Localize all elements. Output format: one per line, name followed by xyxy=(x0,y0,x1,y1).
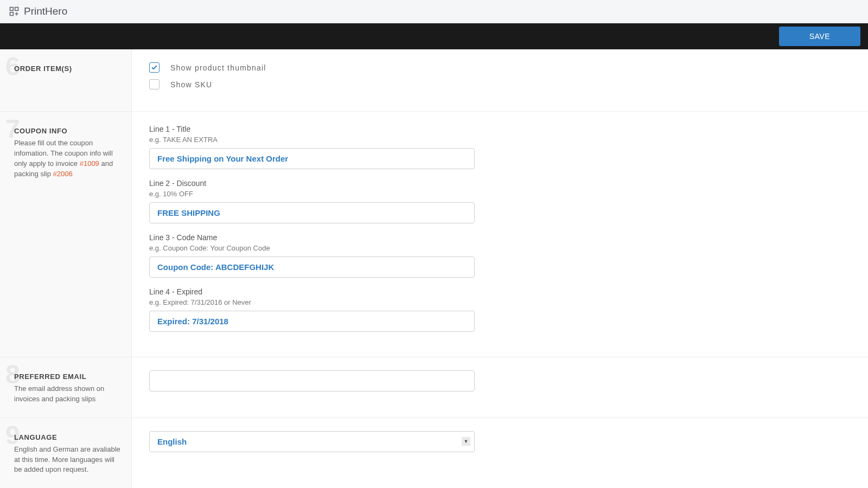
section-sidebar: 6 ORDER ITEM(S) xyxy=(0,49,132,111)
section-content: English ▼ xyxy=(132,418,868,488)
section-title: LANGUAGE xyxy=(14,431,120,441)
section-sidebar: 8 PREFERRED EMAIL The email address show… xyxy=(0,357,132,418)
section-title: COUPON INFO xyxy=(14,125,120,135)
action-bar: SAVE xyxy=(0,23,868,49)
checkbox-row: Show SKU xyxy=(149,79,851,89)
field-label: Line 2 - Discount xyxy=(149,179,851,188)
save-button[interactable]: SAVE xyxy=(779,27,860,46)
checkbox-show-sku[interactable] xyxy=(149,79,159,89)
svg-rect-2 xyxy=(10,12,14,16)
field-line2: Line 2 - Discount e.g. 10% OFF xyxy=(149,179,851,229)
checkbox-label: Show product thumbnail xyxy=(170,63,266,72)
svg-rect-0 xyxy=(10,8,14,11)
coupon-title-input[interactable] xyxy=(149,148,475,169)
field-label: Line 1 - Title xyxy=(149,125,851,133)
section-title: PREFERRED EMAIL xyxy=(14,370,120,381)
section-preferred-email: 8 PREFERRED EMAIL The email address show… xyxy=(0,357,868,418)
field-line4: Line 4 - Expired e.g. Expired: 7/31/2016… xyxy=(149,287,851,337)
section-sidebar: 7 COUPON INFO Please fill out the coupon… xyxy=(0,112,132,357)
section-content: Show product thumbnail Show SKU xyxy=(132,49,868,111)
section-title: ORDER ITEM(S) xyxy=(14,62,120,73)
section-description: English and German are avaliable at this… xyxy=(14,445,120,476)
svg-rect-1 xyxy=(15,8,18,11)
language-select[interactable]: English xyxy=(149,431,475,452)
field-line1: Line 1 - Title e.g. TAKE AN EXTRA xyxy=(149,125,851,175)
preferred-email-input[interactable] xyxy=(149,370,475,391)
app-header: PrintHero xyxy=(0,0,868,23)
section-description: The email address shown on invoices and … xyxy=(14,384,120,404)
coupon-expired-input[interactable] xyxy=(149,311,475,332)
section-sidebar: 9 LANGUAGE English and German are avalia… xyxy=(0,418,132,488)
app-logo-icon xyxy=(9,6,20,17)
field-hint: e.g. 10% OFF xyxy=(149,190,851,198)
section-coupon-info: 7 COUPON INFO Please fill out the coupon… xyxy=(0,112,868,357)
app-name: PrintHero xyxy=(24,5,67,17)
field-label: Line 3 - Code Name xyxy=(149,233,851,242)
form-body: 6 ORDER ITEM(S) Show product thumbnail S… xyxy=(0,49,868,488)
field-label: Line 4 - Expired xyxy=(149,287,851,296)
field-hint: e.g. Coupon Code: Your Coupon Code xyxy=(149,244,851,252)
language-select-wrap: English ▼ xyxy=(149,431,475,452)
section-order-items: 6 ORDER ITEM(S) Show product thumbnail S… xyxy=(0,49,868,112)
checkbox-label: Show SKU xyxy=(170,80,212,89)
field-hint: e.g. Expired: 7/31/2016 or Never xyxy=(149,298,851,306)
field-line3: Line 3 - Code Name e.g. Coupon Code: You… xyxy=(149,233,851,283)
checkbox-show-thumbnail[interactable] xyxy=(149,62,159,73)
section-description: Please fill out the coupon infomation. T… xyxy=(14,138,120,179)
checkbox-row: Show product thumbnail xyxy=(149,62,851,73)
logo-block: PrintHero xyxy=(9,5,67,17)
field-hint: e.g. TAKE AN EXTRA xyxy=(149,136,851,144)
section-content: Line 1 - Title e.g. TAKE AN EXTRA Line 2… xyxy=(132,112,868,357)
section-language: 9 LANGUAGE English and German are avalia… xyxy=(0,418,868,488)
coupon-discount-input[interactable] xyxy=(149,202,475,223)
invoice-link[interactable]: #1009 xyxy=(80,159,99,168)
section-content xyxy=(132,357,868,418)
packing-slip-link[interactable]: #2006 xyxy=(53,170,73,178)
coupon-code-input[interactable] xyxy=(149,256,475,278)
